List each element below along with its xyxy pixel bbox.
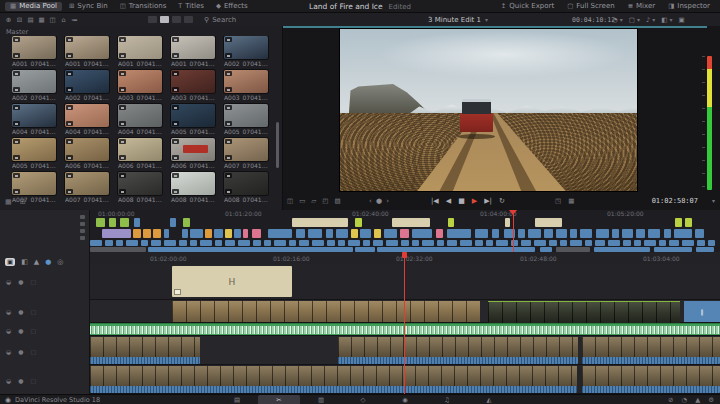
mini-clip[interactable] xyxy=(682,240,694,246)
mini-clip[interactable] xyxy=(164,240,176,246)
timeline-playhead[interactable] xyxy=(404,252,405,394)
mini-clip[interactable] xyxy=(570,229,577,238)
view-mode-3[interactable] xyxy=(172,16,181,23)
mini-clip[interactable] xyxy=(595,240,605,246)
viewer-option-3[interactable]: ♪ ▾ xyxy=(646,16,655,24)
mini-clip[interactable] xyxy=(486,240,493,246)
mini-clip[interactable] xyxy=(400,229,409,238)
track-mute-icon[interactable]: ● xyxy=(18,377,23,384)
transport-tool-icon-5[interactable]: ▨ xyxy=(334,197,340,205)
track-a1-music[interactable] xyxy=(90,323,720,336)
track-solo-icon[interactable]: ▢ xyxy=(31,278,37,285)
mini-clip[interactable] xyxy=(308,229,322,238)
track-lock-icon[interactable]: ◒ xyxy=(6,327,11,334)
add-bin-icon[interactable]: ⊞ xyxy=(20,198,26,206)
media-clip[interactable]: A004_07041544_C012 xyxy=(65,104,109,136)
mini-clip[interactable] xyxy=(96,218,105,227)
mini-clip[interactable] xyxy=(215,240,222,246)
timeline-playhead-marker[interactable] xyxy=(402,252,407,258)
media-clip[interactable]: A007_07041716_C022 xyxy=(65,172,109,204)
transport-tool-icon-3[interactable]: ▱ xyxy=(311,197,316,205)
media-clip[interactable]: A003_07041536_C010 xyxy=(224,70,268,102)
media-clip[interactable]: A008_07041723_C023 xyxy=(118,172,162,204)
mini-clip[interactable] xyxy=(401,240,409,246)
mini-clip[interactable] xyxy=(292,218,348,227)
mini-clip[interactable] xyxy=(392,218,430,227)
mini-clip[interactable] xyxy=(674,229,692,238)
media-clip[interactable]: A001_07041402_C004 xyxy=(171,36,215,68)
mini-clip[interactable] xyxy=(141,240,148,246)
view-mode-2[interactable] xyxy=(160,16,169,23)
media-clip[interactable]: A006_07041634_C017 xyxy=(65,138,109,170)
mini-clip[interactable] xyxy=(205,229,212,238)
video-clip[interactable] xyxy=(172,301,480,322)
mini-clip[interactable] xyxy=(697,240,705,246)
transition-tool-icon[interactable]: ◧ xyxy=(21,258,28,266)
mini-clip[interactable] xyxy=(612,229,619,238)
media-clip[interactable]: A002_07041458_C007 xyxy=(65,70,109,102)
track-a3[interactable] xyxy=(90,365,720,394)
mini-clip[interactable] xyxy=(338,240,345,246)
stop-button[interactable]: ■ xyxy=(458,197,465,205)
camera-tool-icon[interactable]: ▣ xyxy=(5,258,15,266)
track-header-v1[interactable]: ◒●▢ xyxy=(6,306,36,316)
viewer-option-4[interactable]: ◧ ▾ xyxy=(661,16,672,24)
transport-tool-icon-2[interactable]: ▭ xyxy=(299,197,305,205)
media-clip[interactable]: A007_07041702_C020 xyxy=(224,138,268,170)
media-toolbar-icon-3[interactable]: ▤ xyxy=(25,16,36,24)
track-mute-icon[interactable]: ● xyxy=(18,308,23,315)
media-clip[interactable]: A003_07041512_C009 xyxy=(171,70,215,102)
mini-clip[interactable] xyxy=(126,240,138,246)
view-options-icon[interactable]: ◎ xyxy=(57,258,63,266)
statusbar-icon-3[interactable]: ▲ xyxy=(695,396,700,404)
mini-clip[interactable] xyxy=(252,229,261,238)
topbar-titles-button[interactable]: TTitles xyxy=(173,2,209,11)
jog-control[interactable]: ‹ ● › xyxy=(369,193,390,208)
topbar-mixer-button[interactable]: ≣Mixer xyxy=(623,2,661,11)
media-clip[interactable]: A005_07041613_C014 xyxy=(171,104,215,136)
mini-clip[interactable] xyxy=(623,240,631,246)
mini-clip[interactable] xyxy=(448,218,454,227)
track-solo-icon[interactable]: ▢ xyxy=(31,348,37,355)
media-clip[interactable]: A008_07041737_C025 xyxy=(224,172,268,204)
mini-clip[interactable] xyxy=(475,240,483,246)
transport-extra-icon-2[interactable]: ▦ xyxy=(568,197,574,205)
topbar-quick-export-button[interactable]: ↥Quick Export xyxy=(496,2,559,11)
mini-clip[interactable] xyxy=(336,229,348,238)
mini-clip[interactable] xyxy=(608,240,620,246)
track-a2[interactable] xyxy=(90,336,720,365)
mini-clip[interactable] xyxy=(622,229,633,238)
mini-clip[interactable] xyxy=(412,240,419,246)
mini-clip[interactable] xyxy=(296,229,305,238)
mini-clip[interactable] xyxy=(492,229,499,238)
track-lock-icon[interactable]: ◒ xyxy=(6,377,11,384)
mini-clip[interactable] xyxy=(355,218,362,227)
mini-clip[interactable] xyxy=(190,240,197,246)
mini-clip[interactable] xyxy=(384,229,397,238)
transport-extra-icon-1[interactable]: ◳ xyxy=(555,197,561,205)
audio-video-clip[interactable] xyxy=(338,337,578,358)
mini-clip[interactable] xyxy=(274,240,286,246)
mini-clip[interactable] xyxy=(447,229,471,238)
mini-clip[interactable] xyxy=(133,229,141,238)
track-solo-icon[interactable]: ▢ xyxy=(31,377,37,384)
mini-clip[interactable] xyxy=(116,240,123,246)
topbar-media-pool-button[interactable]: ▦Media Pool xyxy=(5,2,62,11)
track-header-v2[interactable]: ◒●▢ xyxy=(6,276,36,286)
page-tab-cut[interactable]: ✂ xyxy=(258,395,300,404)
play-reverse-button[interactable]: ◀ xyxy=(446,197,451,205)
media-clip[interactable]: A002_07041425_C005 xyxy=(224,36,268,68)
view-mode-1[interactable] xyxy=(148,16,157,23)
camera-icon[interactable]: ▣ xyxy=(678,16,684,24)
mini-clip[interactable] xyxy=(253,240,261,246)
media-clip[interactable]: A005_07041627_C016 xyxy=(12,138,56,170)
media-toolbar-icon-5[interactable]: ◫ xyxy=(47,16,58,24)
mini-clip[interactable] xyxy=(363,240,370,246)
mini-clip[interactable] xyxy=(120,218,129,227)
statusbar-icon-4[interactable]: ⚙ xyxy=(708,396,714,404)
mini-clip[interactable] xyxy=(243,229,248,238)
mini-clip[interactable] xyxy=(351,229,358,238)
mini-clip[interactable] xyxy=(348,240,360,246)
track-header-a3[interactable]: ◒●▢ xyxy=(6,375,36,385)
mini-clip[interactable] xyxy=(225,240,235,246)
